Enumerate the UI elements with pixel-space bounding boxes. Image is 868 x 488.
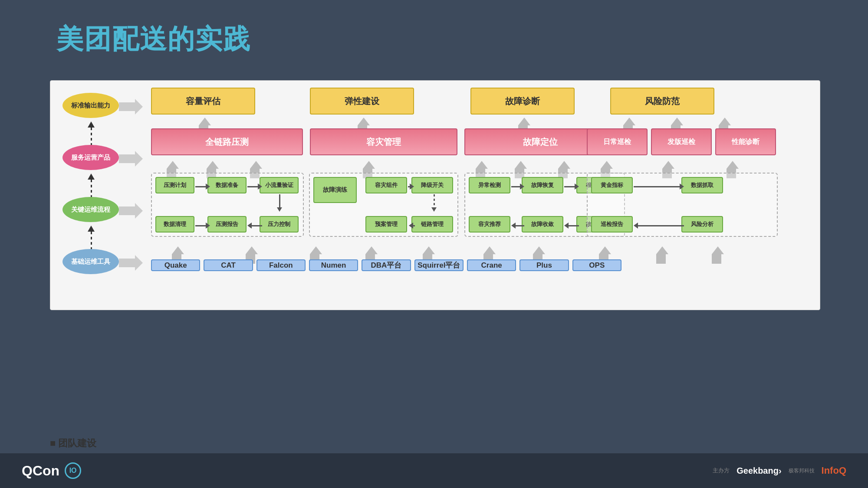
infoq-text: InfoQ	[822, 465, 846, 476]
footer-right: 主办方 Geekbang› 极客邦科技 InfoQ	[713, 465, 846, 476]
green-box-report: 压测报告	[207, 216, 247, 233]
footer-brand: QCon IO	[22, 462, 81, 479]
blue-box-dba: DBA平台	[362, 259, 411, 271]
green-box-clean: 数据清理	[155, 216, 194, 233]
green-box-dataprep: 数据准备	[207, 177, 247, 193]
yellow-box-elastic: 弹性建设	[310, 88, 414, 115]
yellow-box-capacity: 容量评估	[151, 88, 255, 115]
blue-box-plus: Plus	[519, 259, 569, 271]
bottom-partial-text: ■ 团队建设	[50, 437, 96, 450]
pink-box-perf: 性能诊断	[715, 128, 776, 155]
blue-boxes-row: Quake CAT Falcon Numen DBA平台 Squirrel平台 …	[151, 259, 621, 271]
ellipse-standard-output: 标准输出能力	[62, 93, 119, 118]
green-box-disastrecom: 故障收敛	[522, 216, 563, 233]
green-box-smallflow: 小流量验证	[260, 177, 299, 193]
green-box-plan: 压测计划	[155, 177, 194, 193]
green-box-golden: 黄金指标	[591, 177, 633, 193]
ellipse-key-ops: 关键运维流程	[62, 197, 119, 222]
page-title: 美团配送的实践	[56, 21, 251, 57]
green-box-inspecrpt: 巡检报告	[591, 216, 633, 233]
yellow-box-fault: 故障诊断	[470, 88, 575, 115]
green-box-disastercomp: 容灾组件	[365, 177, 407, 193]
dashed-arrow-3	[88, 226, 95, 252]
blue-box-quake: Quake	[151, 259, 200, 271]
blue-box-crane: Crane	[467, 259, 516, 271]
pink-box-release: 发版巡检	[651, 128, 712, 155]
pink-box-fullchain: 全链路压测	[151, 128, 303, 155]
diagram-container: 标准输出能力 服务运营产品 关键运维流程 基础运维工具	[50, 80, 820, 310]
green-box-linkman: 链路管理	[411, 216, 453, 233]
dashed-arrow-1	[88, 121, 95, 148]
up-arrow-b10	[712, 246, 724, 264]
qcon-icon: IO	[65, 462, 81, 479]
blue-box-squirrel: Squirrel平台	[414, 259, 464, 271]
blue-box-numen: Numen	[309, 259, 358, 271]
ellipse-base-tools: 基础运维工具	[62, 249, 119, 274]
green-box-faultrecov: 容灾推荐	[469, 216, 510, 233]
up-arrow-b9	[656, 246, 668, 264]
blue-box-cat: CAT	[204, 259, 253, 271]
green-section-1: 压测计划 数据准备 小流量验证 数据清理 压测报告 压力控制	[151, 173, 304, 237]
green-section-4: 黄金指标 数据抓取 巡检报告 风险分析	[587, 173, 778, 237]
green-box-degrade: 降级开关	[411, 177, 453, 193]
blue-box-ops: OPS	[572, 259, 621, 271]
dashed-arrow-2	[88, 174, 95, 200]
pink-box-daily: 日常巡检	[587, 128, 648, 155]
green-section-2: 故障演练 容灾组件 降级开关 预案管理 链路管理	[309, 173, 458, 237]
yellow-box-risk: 风险防范	[610, 88, 714, 115]
green-box-rootcause: 故障恢复	[522, 177, 563, 193]
green-box-datacapture: 数据抓取	[681, 177, 723, 193]
green-box-pressctrl: 压力控制	[260, 216, 299, 233]
green-box-riskanalysis: 风险分析	[681, 216, 723, 233]
blue-box-falcon: Falcon	[256, 259, 306, 271]
green-box-plan-mgr: 预案管理	[365, 216, 407, 233]
green-box-drillbox: 故障演练	[313, 177, 357, 203]
footer: QCon IO 主办方 Geekbang› 极客邦科技 InfoQ	[0, 453, 868, 488]
geekbang-text: Geekbang›	[736, 466, 781, 476]
green-box-abnormal: 异常检测	[469, 177, 510, 193]
left-column: 标准输出能力 服务运营产品 关键运维流程 基础运维工具	[58, 81, 128, 310]
ellipse-service-ops: 服务运营产品	[62, 145, 119, 170]
pink-box-disaster: 容灾管理	[310, 128, 457, 155]
